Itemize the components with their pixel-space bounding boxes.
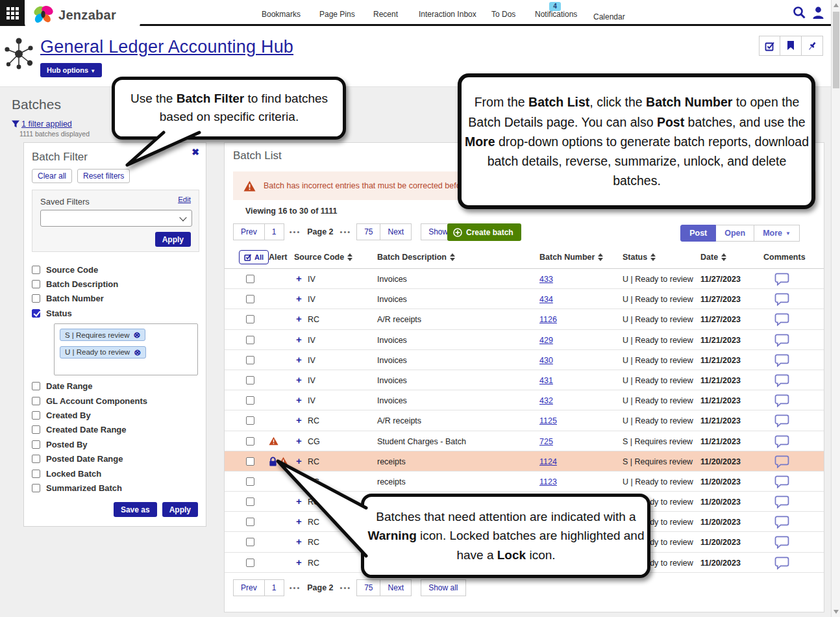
batch-number-link[interactable]: 429: [539, 336, 553, 345]
filter-apply-button[interactable]: Apply: [162, 502, 198, 517]
filter-checkbox[interactable]: [32, 440, 40, 449]
column-header-source-code[interactable]: Source Code: [294, 253, 352, 262]
scroll-down-arrow-icon[interactable]: [834, 610, 839, 614]
comment-icon[interactable]: [774, 414, 789, 427]
column-header-description[interactable]: Batch Description: [377, 253, 455, 262]
edit-check-button[interactable]: [759, 36, 780, 56]
comment-icon[interactable]: [774, 536, 789, 549]
row-checkbox[interactable]: [246, 315, 254, 323]
nav-item-interaction-inbox[interactable]: Interaction Inbox: [419, 10, 476, 19]
row-checkbox[interactable]: [246, 518, 254, 526]
expand-row-button[interactable]: +: [296, 475, 302, 486]
row-checkbox[interactable]: [246, 559, 254, 567]
filter-checkbox[interactable]: [32, 425, 40, 434]
expand-row-button[interactable]: +: [296, 496, 302, 507]
clear-all-button[interactable]: Clear all: [32, 169, 72, 183]
pin-button[interactable]: [802, 36, 823, 56]
comment-icon[interactable]: [774, 374, 789, 387]
filter-option[interactable]: Locked Batch: [32, 466, 199, 481]
comment-icon[interactable]: [774, 435, 789, 448]
hub-options-button[interactable]: Hub options ▼: [40, 63, 102, 77]
saved-filters-select[interactable]: [40, 210, 192, 227]
select-all-button[interactable]: All: [239, 250, 269, 264]
comment-icon[interactable]: [774, 394, 789, 407]
filter-checkbox[interactable]: [32, 411, 40, 420]
nav-item-page-pins[interactable]: Page Pins: [319, 10, 355, 19]
comment-icon[interactable]: [774, 496, 789, 509]
batch-number-link[interactable]: 431: [539, 376, 553, 385]
batch-number-link[interactable]: 430: [539, 356, 553, 365]
expand-row-button[interactable]: +: [296, 273, 302, 284]
filter-checkbox[interactable]: [32, 397, 40, 405]
row-checkbox[interactable]: [246, 396, 254, 405]
batch-number-link[interactable]: 434: [539, 295, 553, 304]
column-header-date[interactable]: Date: [700, 253, 726, 262]
filter-option[interactable]: Source Code: [32, 262, 199, 277]
nav-item-bookmarks[interactable]: Bookmarks: [262, 10, 301, 19]
expand-row-button[interactable]: +: [296, 313, 302, 324]
filter-option[interactable]: Created By: [32, 408, 199, 422]
row-checkbox[interactable]: [246, 437, 254, 446]
saved-filter-apply-button[interactable]: Apply: [155, 232, 191, 247]
page-scrollbar[interactable]: [831, 0, 840, 617]
batch-number-link[interactable]: 1125: [539, 416, 557, 425]
comment-icon[interactable]: [774, 293, 789, 306]
row-checkbox[interactable]: [246, 457, 254, 466]
comment-icon[interactable]: [774, 557, 789, 570]
expand-row-button[interactable]: +: [296, 354, 302, 365]
filter-checkbox[interactable]: [32, 266, 40, 274]
comment-icon[interactable]: [774, 354, 789, 367]
comment-icon[interactable]: [774, 334, 789, 347]
page-1-button[interactable]: 1: [265, 579, 284, 596]
filter-option[interactable]: Status: [32, 306, 199, 320]
filter-option[interactable]: Batch Number: [32, 292, 199, 306]
filter-option[interactable]: Posted Date Range: [32, 452, 199, 466]
nav-item-calendar[interactable]: Calendar: [593, 12, 625, 21]
row-checkbox[interactable]: [246, 295, 254, 303]
save-as-button[interactable]: Save as: [114, 502, 157, 517]
batch-number-link[interactable]: 1126: [539, 315, 557, 324]
filter-option[interactable]: Date Range: [32, 379, 199, 394]
batch-number-link[interactable]: 1123: [539, 477, 557, 486]
create-batch-button[interactable]: Create batch: [447, 223, 521, 241]
nav-item-to-dos[interactable]: To Dos: [491, 10, 515, 19]
batch-number-link[interactable]: 433: [539, 275, 553, 284]
comment-icon[interactable]: [774, 475, 789, 488]
comment-icon[interactable]: [774, 313, 789, 326]
filter-checkbox[interactable]: [32, 294, 40, 303]
expand-row-button[interactable]: +: [296, 293, 302, 304]
comment-icon[interactable]: [774, 516, 789, 529]
row-checkbox[interactable]: [246, 356, 254, 364]
comment-icon[interactable]: [774, 455, 789, 468]
expand-row-button[interactable]: +: [296, 394, 302, 405]
nav-item-recent[interactable]: Recent: [373, 10, 398, 19]
next-page-button[interactable]: Next: [380, 579, 412, 596]
expand-row-button[interactable]: +: [296, 334, 302, 345]
column-header-status[interactable]: Status: [623, 253, 656, 262]
row-checkbox[interactable]: [246, 416, 254, 425]
row-checkbox[interactable]: [246, 336, 254, 344]
more-dropdown-button[interactable]: More▼: [754, 225, 800, 242]
filter-applied-link[interactable]: 1 filter applied: [12, 120, 72, 129]
filter-option[interactable]: Created Date Range: [32, 423, 199, 437]
expand-row-button[interactable]: +: [296, 374, 302, 385]
filter-option[interactable]: GL Account Components: [32, 394, 199, 408]
expand-row-button[interactable]: +: [296, 557, 302, 568]
search-icon[interactable]: [793, 6, 806, 19]
row-checkbox[interactable]: [246, 497, 254, 506]
row-checkbox[interactable]: [246, 275, 254, 283]
last-page-button[interactable]: 75: [356, 223, 380, 240]
row-checkbox[interactable]: [246, 538, 254, 546]
app-menu-button[interactable]: [0, 0, 25, 26]
user-profile-icon[interactable]: [812, 6, 824, 19]
column-header-number[interactable]: Batch Number: [539, 253, 603, 262]
nav-item-notifications[interactable]: Notifications: [535, 10, 577, 19]
page-title-link[interactable]: General Ledger Accounting Hub: [40, 37, 293, 57]
close-icon[interactable]: ✖: [191, 147, 199, 157]
scroll-up-arrow-icon[interactable]: [834, 3, 839, 7]
prev-page-button[interactable]: Prev: [233, 579, 265, 596]
filter-checkbox[interactable]: [32, 470, 40, 478]
prev-page-button[interactable]: Prev: [233, 223, 265, 240]
batch-number-link[interactable]: 1124: [539, 457, 557, 466]
edit-saved-filters-link[interactable]: Edit: [178, 195, 191, 203]
